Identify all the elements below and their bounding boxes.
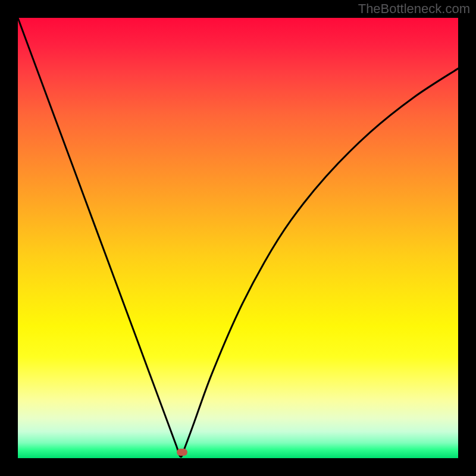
chart-frame: TheBottleneck.com — [0, 0, 476, 476]
plot-area — [18, 18, 458, 458]
bottleneck-curve — [18, 18, 458, 458]
curve-path — [18, 18, 458, 457]
watermark-text: TheBottleneck.com — [358, 1, 470, 17]
min-marker — [177, 449, 187, 456]
